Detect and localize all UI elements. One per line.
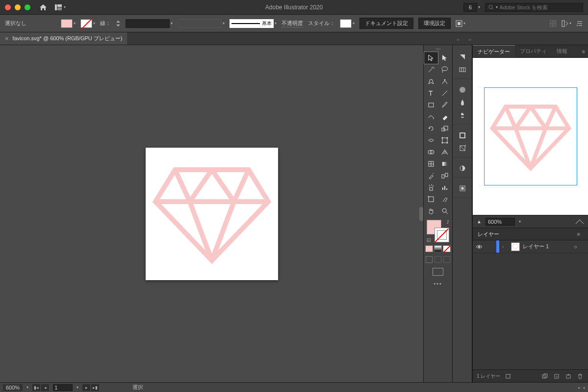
swatches-panel-icon[interactable] [457, 84, 468, 96]
new-sublayer-icon[interactable]: + [553, 372, 561, 380]
eraser-tool[interactable] [438, 111, 452, 123]
next-artboard-button[interactable]: ▸ [82, 384, 90, 391]
isolate-icon[interactable] [550, 20, 557, 27]
document-setup-button[interactable]: ドキュメント設定 [359, 18, 413, 29]
status-scroll-left-icon[interactable]: ▸ [578, 385, 581, 390]
stroke-weight-stepper[interactable] [116, 20, 121, 27]
stroke-weight-dropdown[interactable]: ▾ [126, 19, 173, 28]
zoom-out-icon[interactable]: ▲ [477, 219, 482, 224]
artboard-tool[interactable] [424, 193, 438, 205]
vertical-scrollbar[interactable] [419, 207, 423, 221]
locate-layer-icon[interactable] [504, 372, 512, 380]
zoom-tool[interactable] [438, 205, 452, 217]
fill-swatch-dropdown[interactable]: ▾ [61, 19, 76, 28]
selection-tool[interactable] [424, 52, 438, 64]
fill-stroke-control[interactable]: ⤴ ◱ [427, 220, 449, 242]
color-mode-gradient[interactable] [434, 245, 442, 252]
stock-search[interactable]: ▾ [485, 3, 583, 12]
layer-name[interactable]: レイヤー 1 [523, 243, 549, 250]
eyedropper-tool[interactable] [424, 170, 438, 182]
first-artboard-button[interactable]: ▮◂ [32, 384, 40, 391]
zoom-input[interactable] [486, 218, 515, 226]
appearance-panel-icon[interactable] [457, 183, 468, 194]
draw-inside-icon[interactable] [443, 256, 450, 263]
expand-layer-icon[interactable]: › [502, 244, 508, 249]
chevron-down-icon[interactable]: ▾ [26, 385, 28, 390]
brushes-panel-icon[interactable] [457, 97, 468, 108]
gradient-tool[interactable] [438, 158, 452, 170]
arrange-documents-icon[interactable]: ▾ [562, 20, 571, 27]
direct-selection-tool[interactable] [438, 52, 452, 64]
gradient-panel-icon[interactable] [457, 142, 468, 154]
stroke-swatch-dropdown[interactable]: ▾ [80, 19, 95, 28]
delete-layer-icon[interactable] [576, 372, 584, 380]
collapse-chevron-icon[interactable]: ‹‹ [468, 37, 471, 42]
symbol-sprayer-tool[interactable] [424, 182, 438, 193]
swap-fill-stroke-icon[interactable]: ⤴ [447, 220, 449, 225]
width-tool[interactable] [424, 134, 438, 146]
screen-mode-button[interactable] [433, 268, 443, 276]
symbols-panel-icon[interactable] [457, 109, 468, 121]
rotate-tool[interactable] [424, 123, 438, 134]
color-mode-solid[interactable] [425, 245, 433, 252]
layer-row[interactable]: › レイヤー 1 ○ [473, 240, 588, 253]
scale-tool[interactable] [438, 123, 452, 134]
preferences-button[interactable]: 環境設定 [418, 18, 451, 29]
last-artboard-button[interactable]: ▸▮ [91, 384, 99, 391]
panel-menu-icon[interactable]: ≡ [579, 49, 588, 54]
layers-tab[interactable]: レイヤー [478, 231, 499, 238]
search-input[interactable] [500, 4, 580, 10]
slice-tool[interactable] [438, 193, 452, 205]
artboard-number-input[interactable] [53, 384, 73, 391]
brush-dropdown[interactable]: ▾ [178, 19, 225, 28]
draw-behind-icon[interactable] [435, 256, 441, 263]
navigator-panel[interactable] [473, 58, 588, 215]
variable-width-dropdown[interactable]: 基本 ▾ [230, 19, 277, 28]
status-zoom[interactable]: 600% [3, 384, 23, 391]
new-layer-icon[interactable] [564, 372, 572, 380]
pen-tool[interactable] [424, 76, 438, 87]
color-panel-icon[interactable] [457, 51, 468, 63]
layer-target-icon[interactable]: ○ [574, 244, 577, 250]
curvature-tool[interactable] [438, 76, 452, 87]
hand-tool[interactable] [424, 205, 438, 217]
panel-menu-icon[interactable]: ≡ [574, 231, 583, 237]
graphic-style-dropdown[interactable]: ▾ [340, 19, 355, 28]
document-count-dropdown[interactable]: 6 ▾ [463, 3, 480, 12]
draw-normal-icon[interactable] [426, 256, 433, 263]
visibility-toggle-icon[interactable] [476, 244, 484, 249]
status-scroll-right-icon[interactable]: ◂ [583, 385, 585, 390]
chevron-down-icon[interactable]: ▾ [519, 219, 521, 224]
home-icon[interactable] [39, 4, 47, 11]
blend-tool[interactable] [438, 170, 452, 182]
paintbrush-tool[interactable] [438, 99, 452, 111]
canvas[interactable] [0, 45, 423, 382]
panel-menu-icon[interactable] [576, 21, 583, 26]
close-window-button[interactable] [5, 4, 11, 10]
clipping-mask-icon[interactable] [541, 372, 549, 380]
shape-builder-tool[interactable] [424, 146, 438, 158]
default-fill-stroke-icon[interactable]: ◱ [427, 237, 431, 242]
align-to-icon[interactable]: ▾ [456, 20, 465, 27]
rectangle-tool[interactable] [424, 99, 438, 111]
shaper-tool[interactable] [424, 111, 438, 123]
minimize-window-button[interactable] [15, 4, 21, 10]
type-tool[interactable]: T [424, 87, 438, 99]
color-guide-panel-icon[interactable] [457, 64, 468, 76]
transparency-panel-icon[interactable] [457, 162, 468, 174]
mesh-tool[interactable] [424, 158, 438, 170]
color-mode-none[interactable] [443, 245, 451, 252]
close-tab-icon[interactable]: × [5, 35, 9, 42]
prev-artboard-button[interactable]: ◂ [41, 384, 49, 391]
maximize-window-button[interactable] [25, 4, 30, 10]
lasso-tool[interactable] [438, 64, 452, 76]
workspace-switcher[interactable]: ▾ [55, 4, 66, 10]
column-graph-tool[interactable] [438, 182, 452, 193]
perspective-grid-tool[interactable] [438, 146, 452, 158]
stroke-panel-icon[interactable] [457, 130, 468, 141]
magic-wand-tool[interactable] [424, 64, 438, 76]
free-transform-tool[interactable] [438, 134, 452, 146]
navigator-tab[interactable]: ナビゲーター [473, 45, 515, 57]
chevron-down-icon[interactable]: ▾ [77, 385, 78, 390]
zoom-slider-icon[interactable] [575, 219, 584, 224]
